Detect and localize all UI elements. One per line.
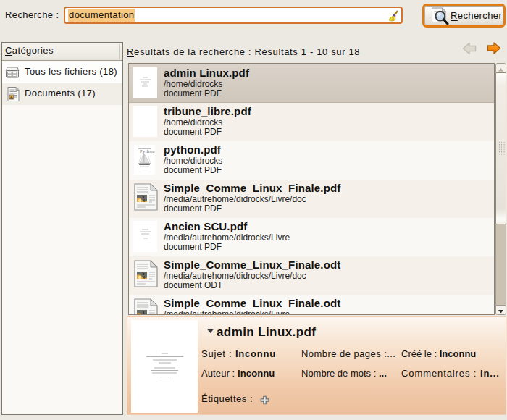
svg-text:Python: Python [140,148,155,154]
